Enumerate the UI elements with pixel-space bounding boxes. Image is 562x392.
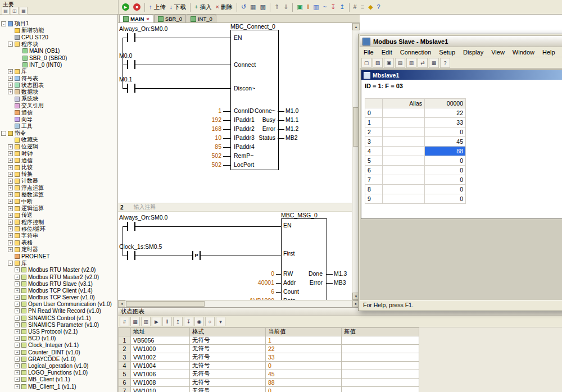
tree-item[interactable]: - 程序块 xyxy=(0,41,117,48)
tree-expander-icon[interactable]: + xyxy=(8,233,13,238)
tree-item[interactable]: + GRAYCODE (v1.0) xyxy=(0,355,117,362)
tree-expander-icon[interactable]: + xyxy=(15,267,20,272)
tree-expander-icon[interactable]: + xyxy=(15,316,20,321)
pin-input-value[interactable]: 6 xyxy=(202,288,274,295)
toolbar-button[interactable]: ‖ xyxy=(305,2,311,13)
network-header[interactable]: 2 输入注释 xyxy=(118,203,360,212)
tree-expander-icon[interactable]: - xyxy=(1,21,6,26)
register-value-cell[interactable]: 22 xyxy=(425,108,466,118)
modbus-toolbar-icon[interactable]: ▧ xyxy=(373,58,383,68)
tree-expander-icon[interactable]: + xyxy=(8,76,13,81)
menu-item[interactable]: Connection xyxy=(396,49,436,56)
tree-expander-icon[interactable]: - xyxy=(1,131,6,136)
menu-item[interactable]: Help xyxy=(538,49,559,56)
modbus-toolbar-icon[interactable]: ▣ xyxy=(384,58,394,68)
column-header-format[interactable]: 格式 xyxy=(190,328,266,336)
ladder-canvas[interactable]: MBC_Connect_0 Always_On:SM0.0 M0.0 M0.1 … xyxy=(118,23,360,300)
menu-item[interactable]: File xyxy=(360,49,378,56)
contact-always-on[interactable] xyxy=(127,33,135,42)
tree-item[interactable]: + 表格 xyxy=(0,239,117,246)
tree-item[interactable]: + Modbus TCP Client (v1.4) xyxy=(0,287,117,294)
pin-input-value[interactable]: 192 xyxy=(184,116,221,123)
tree-expander-icon[interactable] xyxy=(8,110,13,115)
tree-item[interactable]: + 程序控制 xyxy=(0,218,117,225)
toolbar-button[interactable]: ⇑ xyxy=(273,2,281,13)
tree-expander-icon[interactable]: + xyxy=(15,308,20,313)
tab-close-icon[interactable]: × xyxy=(146,16,149,22)
document-title-bar[interactable]: Mbslave1 xyxy=(361,70,562,80)
tree-expander-icon[interactable] xyxy=(8,124,13,129)
tree-expander-icon[interactable]: + xyxy=(8,247,13,252)
toolbar-button[interactable] xyxy=(270,3,270,12)
tree-item[interactable]: + PN Read Write Record (v1.0) xyxy=(0,308,117,314)
tree-expander-icon[interactable]: + xyxy=(8,83,13,88)
new-value-cell[interactable] xyxy=(342,345,419,353)
tree-expander-icon[interactable] xyxy=(8,138,13,143)
tree-expander-icon[interactable]: + xyxy=(8,144,13,149)
address-cell[interactable]: VB5056 xyxy=(131,336,190,345)
pin-input-value[interactable]: 502 xyxy=(184,161,221,168)
tree-item[interactable]: CPU ST20 xyxy=(0,34,117,40)
tree-expander-icon[interactable]: + xyxy=(8,69,13,74)
address-cell[interactable]: VW1004 xyxy=(131,362,190,370)
tree-item[interactable]: + 定时器 xyxy=(0,246,117,253)
status-toolbar-icon[interactable]: ▶ xyxy=(152,317,161,326)
tree-expander-icon[interactable]: + xyxy=(8,213,13,218)
tree-item[interactable]: 收藏夹 xyxy=(0,136,117,143)
menu-item[interactable]: Setup xyxy=(435,49,459,56)
tree-expander-icon[interactable]: + xyxy=(8,226,13,231)
tree-expander-icon[interactable]: + xyxy=(8,158,13,163)
block-title[interactable]: MBC_MSG_0 xyxy=(281,212,318,218)
toolbar-button[interactable]: ↥ xyxy=(338,2,346,13)
tree-item[interactable]: + MB_Client (v1.1) xyxy=(0,376,117,383)
alias-cell[interactable] xyxy=(383,175,425,185)
contact-m01[interactable] xyxy=(127,84,135,93)
tree-item[interactable]: 交叉引用 xyxy=(0,102,117,109)
column-header-00000[interactable]: 00000 xyxy=(425,99,466,108)
new-value-cell[interactable] xyxy=(342,336,419,345)
alias-cell[interactable] xyxy=(383,194,425,204)
alias-cell[interactable] xyxy=(383,156,425,166)
format-cell[interactable]: 无符号 xyxy=(190,345,266,353)
modbus-toolbar-icon[interactable]: ⇄ xyxy=(418,58,428,68)
tree-expander-icon[interactable]: + xyxy=(15,343,20,348)
scroll-up-icon[interactable]: ▲ xyxy=(352,23,360,30)
positive-edge-contact[interactable]: P xyxy=(192,251,201,260)
tree-expander-icon[interactable] xyxy=(16,56,21,61)
status-toolbar-icon[interactable]: ▾ xyxy=(216,317,225,326)
tree-expander-icon[interactable]: - xyxy=(8,42,13,47)
register-value-cell[interactable]: 33 xyxy=(425,118,466,127)
tree-item[interactable]: + 通信 xyxy=(0,157,117,164)
tree-item[interactable]: + 传送 xyxy=(0,212,117,218)
operand-label[interactable]: M0.1 xyxy=(119,76,132,83)
pin-output-operand[interactable]: MB3 xyxy=(326,279,346,286)
new-value-cell[interactable] xyxy=(342,362,419,370)
format-cell[interactable]: 无符号 xyxy=(190,379,266,387)
operand-label[interactable]: M0.0 xyxy=(119,52,132,59)
menu-item[interactable]: Window xyxy=(509,49,538,56)
address-cell[interactable]: VW1010 xyxy=(131,387,190,392)
tree-expander-icon[interactable]: + xyxy=(15,281,20,286)
tree-expander-icon[interactable]: + xyxy=(8,240,13,245)
toolbar-button[interactable]: ↑ 上传 xyxy=(147,2,167,13)
project-tree[interactable]: - 项目1 新增功能 CPU ST20 - xyxy=(0,15,118,392)
tree-item[interactable]: + 数据块 xyxy=(0,89,117,95)
register-value-cell[interactable]: 0 xyxy=(425,166,466,175)
tree-expander-icon[interactable]: + xyxy=(15,288,20,293)
horizontal-scrollbar[interactable]: ◄ ► xyxy=(118,300,360,307)
tree-expander-icon[interactable] xyxy=(8,117,13,122)
pin-input-value[interactable]: 85 xyxy=(184,143,221,150)
toolbar-button[interactable]: ■ xyxy=(132,2,142,13)
tree-item[interactable]: + 移位/循环 xyxy=(0,226,117,233)
tree-expander-icon[interactable]: + xyxy=(15,322,20,327)
column-header-address[interactable]: 地址 xyxy=(131,328,190,336)
tree-expander-icon[interactable]: + xyxy=(8,185,13,190)
tree-item[interactable]: + Counter_DINT (v1.0) xyxy=(0,349,117,355)
tab-main[interactable]: MAIN × xyxy=(119,15,153,22)
alias-cell[interactable] xyxy=(383,127,425,137)
toolbar-button[interactable] xyxy=(190,3,191,12)
tree-item[interactable]: - 库 xyxy=(0,260,117,267)
status-toolbar-icon[interactable]: # xyxy=(120,317,129,326)
pin-input-value[interactable]: 40001 xyxy=(202,279,274,286)
tree-expander-icon[interactable]: - xyxy=(8,261,13,266)
